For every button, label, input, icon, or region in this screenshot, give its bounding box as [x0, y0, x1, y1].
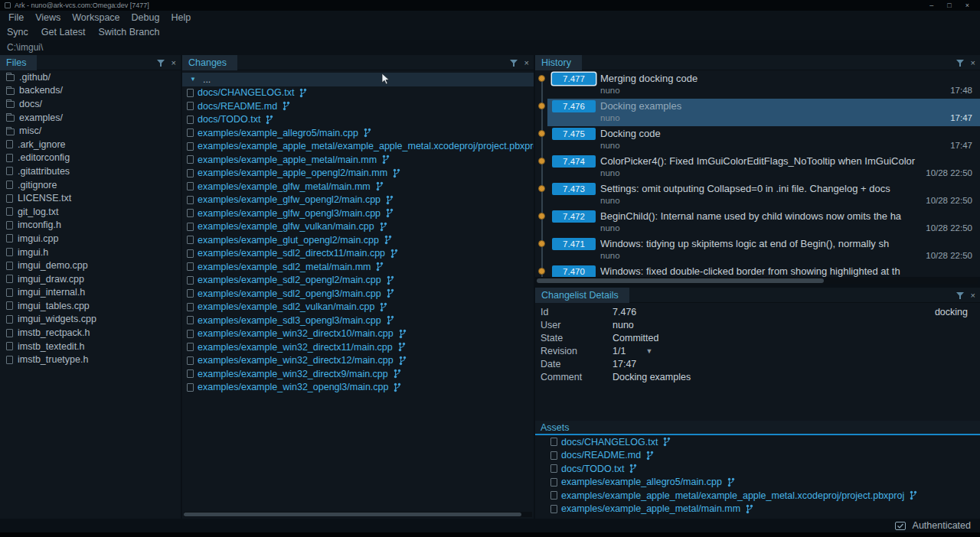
menu-item-views[interactable]: Views [35, 12, 60, 23]
changed-file-row[interactable]: examples/example_win32_directx9/main.cpp [182, 367, 534, 381]
minimize-button[interactable]: – [929, 2, 933, 9]
file-tree-row[interactable]: imstb_textedit.h [0, 340, 181, 353]
file-tree-row[interactable]: .gitignore [0, 178, 181, 192]
changed-file-path: examples/example_glfw_opengl2/main.cpp [198, 194, 381, 205]
filter-icon[interactable] [956, 60, 964, 67]
asset-row[interactable]: examples/example_apple_metal/main.mm [535, 503, 980, 516]
history-row[interactable]: 7.471 Windows: tidying up skipitems logi… [535, 236, 980, 264]
history-row[interactable]: 7.474 ColorPicker4(): Fixed ImGuiColorEd… [535, 154, 980, 181]
file-tree-row[interactable]: .gitattributes [0, 164, 181, 178]
file-tree-row[interactable]: .editorconfig [0, 151, 181, 165]
asset-row[interactable]: docs/README.md [535, 449, 980, 463]
changed-file-row[interactable]: examples/example_win32_opengl3/main.cpp [182, 381, 534, 395]
history-row[interactable]: 7.472 BeginChild(): Internal name used b… [535, 209, 980, 236]
history-row[interactable]: 7.473 Settings: omit outputing Collapsed… [535, 181, 980, 209]
files-panel-header[interactable]: Files × [0, 55, 181, 70]
file-tree-row[interactable]: .ark_ignore [0, 138, 181, 151]
changed-file-row[interactable]: examples/example_sdl2_opengl3/main.cpp [182, 287, 534, 301]
changed-file-row[interactable]: docs/CHANGELOG.txt [182, 86, 534, 100]
filter-icon[interactable] [510, 60, 518, 67]
changed-file-row[interactable]: examples/example_sdl2_metal/main.mm [182, 260, 534, 274]
file-tree-row[interactable]: imstb_truetype.h [0, 353, 181, 366]
menu-item-help[interactable]: Help [171, 12, 191, 23]
file-tree-row[interactable]: LICENSE.txt [0, 191, 181, 205]
history-row[interactable]: 7.476 Docking examples nuno 17:47 [535, 99, 980, 126]
file-tree-row[interactable]: imconfig.h [0, 219, 181, 233]
toolbar-button-sync[interactable]: Sync [7, 27, 28, 37]
close-icon[interactable]: × [971, 59, 975, 67]
file-name: docs/ [19, 99, 42, 109]
details-panel-header[interactable]: Changelist Details × [535, 288, 980, 303]
file-tree-row[interactable]: git_log.txt [0, 205, 181, 219]
changed-file-row[interactable]: examples/example_win32_directx12/main.cp… [182, 354, 534, 368]
close-icon[interactable]: × [524, 59, 529, 67]
path-bar[interactable]: C:\imgui\ [0, 40, 980, 55]
app-icon [5, 2, 11, 8]
menu-bar: FileViewsWorkspaceDebugHelp [0, 11, 980, 24]
file-tree-row[interactable]: examples/ [0, 111, 181, 125]
changed-file-row[interactable]: examples/example_apple_metal/main.mm [182, 153, 534, 167]
history-row[interactable]: 7.477 Merging docking code nuno 17:48 [535, 71, 980, 99]
app-window: Ark - nuno@ark-vcs.com:Omega:dev [7477] … [0, 0, 980, 537]
changed-file-row[interactable]: docs/TODO.txt [182, 113, 534, 127]
title-bar[interactable]: Ark - nuno@ark-vcs.com:Omega:dev [7477] … [0, 0, 980, 11]
close-button[interactable]: × [965, 2, 969, 9]
file-tree-row[interactable]: backends/ [0, 84, 181, 98]
file-tree-row[interactable]: imgui_widgets.cpp [0, 313, 181, 327]
changed-file-row[interactable]: examples/example_win32_directx10/main.cp… [182, 327, 534, 341]
menu-item-file[interactable]: File [8, 12, 24, 23]
asset-row[interactable]: docs/CHANGELOG.txt [535, 435, 980, 449]
changed-file-row[interactable]: examples/example_sdl2_vulkan/main.cpp [182, 301, 534, 314]
changed-file-path: docs/CHANGELOG.txt [198, 87, 294, 98]
menu-item-debug[interactable]: Debug [132, 12, 160, 23]
toolbar-button-get-latest[interactable]: Get Latest [41, 27, 86, 37]
assets-header[interactable]: Assets [535, 421, 980, 435]
filter-icon[interactable] [157, 60, 165, 67]
history-row[interactable]: 7.470 Windows: fixed double-clicked bord… [535, 264, 980, 277]
changed-file-row[interactable]: examples/example_sdl2_opengl2/main.cpp [182, 274, 534, 288]
chevron-down-icon[interactable]: ▼ [190, 76, 196, 83]
detail-field[interactable]: Revision 1/1 ▼ [535, 344, 980, 357]
changed-file-row[interactable]: examples/example_apple_opengl2/main.mm [182, 167, 534, 181]
file-tree-row[interactable]: imgui_draw.cpp [0, 272, 181, 286]
changes-panel-header[interactable]: Changes × [182, 55, 534, 70]
changed-file-row[interactable]: examples/example_glfw_metal/main.mm [182, 180, 534, 194]
file-tree-row[interactable]: imstb_rectpack.h [0, 326, 181, 340]
changed-file-row[interactable]: examples/example_sdl3_opengl3/main.cpp [182, 314, 534, 327]
asset-row[interactable]: examples/example_apple_metal/example_app… [535, 489, 980, 503]
changed-file-row[interactable]: examples/example_glfw_opengl2/main.cpp [182, 194, 534, 207]
maximize-button[interactable]: □ [947, 2, 951, 9]
filter-icon[interactable] [956, 292, 964, 299]
horizontal-scrollbar[interactable] [184, 512, 532, 517]
changed-file-row[interactable]: examples/example_sdl2_directx11/main.cpp [182, 247, 534, 261]
changes-root-row[interactable]: ▼ ... [182, 73, 534, 86]
close-icon[interactable]: × [172, 59, 176, 67]
changeset-badge: 7.472 [552, 210, 596, 223]
scrollbar-thumb[interactable] [184, 513, 521, 516]
file-tree-row[interactable]: docs/ [0, 97, 181, 111]
asset-row[interactable]: docs/TODO.txt [535, 462, 980, 476]
menu-item-workspace[interactable]: Workspace [72, 12, 119, 23]
file-tree-row[interactable]: .github/ [0, 70, 181, 84]
changed-file-row[interactable]: examples/example_win32_directx11/main.cp… [182, 340, 534, 354]
file-tree-row[interactable]: imgui_internal.h [0, 286, 181, 300]
close-icon[interactable]: × [971, 291, 975, 300]
toolbar-button-switch-branch[interactable]: Switch Branch [98, 27, 159, 37]
changed-file-row[interactable]: examples/example_allegro5/main.cpp [182, 126, 534, 140]
file-tree-row[interactable]: imgui.cpp [0, 232, 181, 246]
changed-file-row[interactable]: examples/example_glfw_opengl3/main.cpp [182, 207, 534, 220]
file-tree-row[interactable]: imgui_tables.cpp [0, 299, 181, 313]
scrollbar-thumb[interactable] [537, 278, 824, 283]
history-row[interactable]: 7.475 Docking code nuno 17:47 [535, 126, 980, 154]
file-tree-row[interactable]: imgui.h [0, 246, 181, 259]
asset-row[interactable]: examples/example_allegro5/main.cpp [535, 476, 980, 490]
changed-file-row[interactable]: examples/example_glfw_vulkan/main.cpp [182, 220, 534, 234]
changed-file-row[interactable]: examples/example_apple_metal/example_app… [182, 140, 534, 154]
file-tree-row[interactable]: misc/ [0, 124, 181, 138]
changed-file-row[interactable]: examples/example_glut_opengl2/main.cpp [182, 233, 534, 247]
changed-file-row[interactable]: docs/README.md [182, 99, 534, 113]
file-tree-row[interactable]: imgui_demo.cpp [0, 259, 181, 272]
chevron-down-icon[interactable]: ▼ [645, 347, 652, 355]
history-panel-header[interactable]: History × [535, 55, 980, 70]
horizontal-scrollbar[interactable] [537, 278, 978, 284]
